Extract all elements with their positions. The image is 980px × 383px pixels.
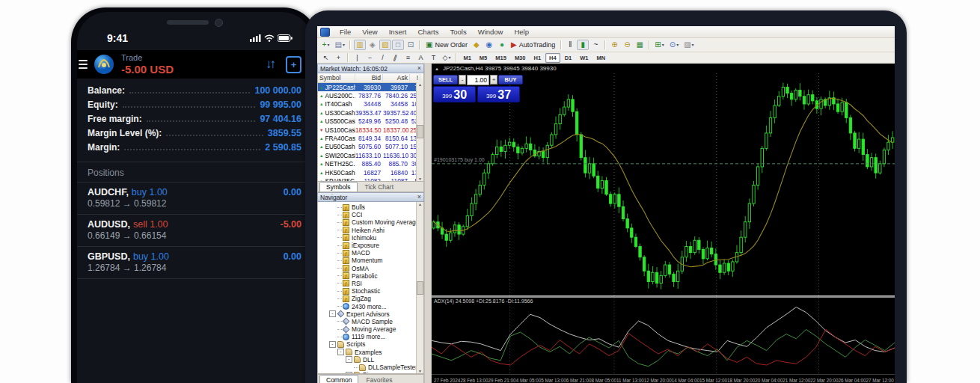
scroll-down-icon[interactable]: ▼ — [418, 177, 422, 181]
templates-icon[interactable]: ▨▾ — [682, 40, 696, 50]
metaeditor-icon[interactable]: ◆ — [471, 40, 483, 50]
close-icon[interactable]: × — [417, 194, 421, 200]
scroll-up-icon[interactable]: ▲ — [418, 202, 422, 206]
line-chart-icon[interactable]: ~ — [589, 40, 601, 50]
tree-item-2430-more-[interactable]: 2430 more... — [318, 302, 423, 310]
autotrading-icon[interactable]: ▶AutoTrading — [509, 40, 557, 50]
market-watch-row[interactable]: ▲IT40Cash344483445810 — [318, 100, 423, 108]
sort-deals-icon[interactable]: ↓↑ — [266, 57, 274, 72]
menu-help[interactable]: Help — [509, 27, 534, 37]
data-window-icon[interactable]: ◈ — [367, 40, 379, 50]
tree-expander-icon[interactable]: - — [346, 356, 352, 363]
horizontal-line-icon[interactable]: − — [364, 53, 376, 62]
tree-item-dllsampletester[interactable]: DLLSampleTester — [318, 364, 423, 371]
timeframe-m15[interactable]: M15 — [491, 53, 510, 63]
crosshair-icon[interactable]: + — [333, 53, 345, 62]
tree-item-parabolic[interactable]: ƒParabolic — [318, 272, 423, 280]
market-watch-row[interactable]: ▲FRA40Cash8149.348150.64130 — [318, 134, 423, 142]
label-icon[interactable]: T — [428, 53, 440, 62]
menu-tools[interactable]: Tools — [444, 27, 471, 37]
tree-item-cci[interactable]: ƒCCI — [318, 211, 423, 218]
position-row[interactable]: AUDUSD,sell 1.00-5.000.66149 → 0.66154 — [77, 215, 312, 247]
tree-item-examples[interactable]: -Examples — [318, 349, 423, 356]
timeframe-h1[interactable]: H1 — [530, 53, 545, 63]
timeframe-m5[interactable]: M5 — [476, 53, 491, 63]
tile-windows-icon[interactable]: ▦ — [634, 40, 646, 50]
tree-expander-icon[interactable]: - — [329, 341, 336, 348]
column-header-[interactable]: ! — [410, 74, 420, 82]
market-watch-row[interactable]: ▲HK50Cash168271684013 — [318, 168, 423, 177]
trendline-icon[interactable]: / — [377, 53, 389, 62]
market-watch-row[interactable]: ▲US30Cash39353.4739357.52405 — [318, 108, 423, 117]
channel-icon[interactable]: ∥ — [390, 53, 402, 62]
market-watch-row[interactable]: ▲JP225Cash39930399377 — [318, 83, 423, 91]
volume-input[interactable]: 1.00 — [467, 75, 489, 85]
tree-item-bulls[interactable]: ƒBulls — [318, 203, 423, 211]
cursor-icon[interactable]: ↖ — [320, 53, 332, 62]
tree-expander-icon[interactable]: - — [337, 349, 344, 355]
position-row[interactable]: GBPUSD,buy 1.000.001.26784 → 1.26784 — [77, 247, 312, 279]
market-watch-row[interactable]: ▼US100Cash18334.5018337.00250 — [318, 126, 423, 134]
close-icon[interactable]: × — [417, 65, 421, 72]
community-icon[interactable]: ● — [496, 40, 508, 50]
price-chart[interactable]: #190103175 buy 1.00 SELL - 1.00 + BUY — [432, 73, 895, 295]
new-chart-icon[interactable]: +▾ — [320, 40, 332, 50]
tree-item-stochastic[interactable]: ƒStochastic — [318, 287, 423, 295]
column-header-ask[interactable]: Ask — [383, 74, 410, 82]
tab-favorites[interactable]: Favorites — [359, 375, 399, 383]
scroll-down-icon[interactable]: ▼ — [418, 369, 422, 373]
tree-item-zigzag[interactable]: ƒZigZag — [318, 295, 423, 302]
profiles-icon[interactable]: ▤▾ — [333, 40, 347, 50]
timeframe-m30[interactable]: M30 — [511, 53, 530, 63]
tree-item-macd[interactable]: ƒMACD — [318, 249, 423, 257]
panel-splitter[interactable] — [424, 64, 432, 383]
market-watch-icon[interactable]: ▥ — [354, 40, 366, 50]
scroll-thumb[interactable] — [417, 281, 423, 295]
new-order-icon[interactable]: ▣New Order — [423, 40, 470, 50]
buy-button[interactable]: BUY — [498, 75, 523, 85]
tab-tick-chart[interactable]: Tick Chart — [358, 182, 400, 192]
shapes-icon[interactable]: ◇▾ — [441, 53, 453, 62]
menu-window[interactable]: Window — [473, 27, 509, 37]
zoom-in-icon[interactable]: ⊕ — [608, 40, 620, 50]
timeframe-m1[interactable]: M1 — [459, 53, 474, 63]
vertical-line-icon[interactable]: | — [352, 53, 364, 62]
collapse-icon[interactable]: ▲ — [435, 67, 439, 71]
menu-insert[interactable]: Insert — [384, 27, 412, 37]
navigator-scrollbar[interactable]: ▲ ▼ — [416, 202, 423, 373]
market-watch-row[interactable]: ▲SPAIN35C...11082110875 — [318, 177, 423, 181]
position-row[interactable]: AUDCHF,buy 1.000.000.59812 → 0.59812 — [77, 182, 312, 215]
zoom-out-icon[interactable]: ⊖ — [621, 40, 633, 50]
tab-symbols[interactable]: Symbols — [319, 182, 358, 192]
market-watch-row[interactable]: ▲NETH25C...885.40885.7030 — [318, 160, 423, 168]
tree-item-pipes[interactable]: -Pipes — [318, 371, 423, 374]
tree-item-custom-moving-averages[interactable]: ƒCustom Moving Averages — [318, 218, 423, 226]
tree-item-iexposure[interactable]: ƒiExposure — [318, 242, 423, 249]
scroll-up-icon[interactable]: ▲ — [418, 82, 422, 87]
timeframe-h4[interactable]: H4 — [545, 53, 560, 63]
tree-item-dll[interactable]: -DLL — [318, 356, 423, 364]
new-order-icon[interactable]: + — [286, 56, 301, 73]
bar-chart-icon[interactable]: ‖ — [564, 40, 576, 50]
styles-icon[interactable]: ◉ — [483, 40, 495, 50]
market-watch-row[interactable]: ▲EU50Cash5075.605077.10150 — [318, 143, 423, 151]
text-icon[interactable]: A — [415, 53, 427, 62]
market-watch-row[interactable]: ▲SWI20Cash11633.1011636.10300 — [318, 151, 423, 159]
tree-item-ichimoku[interactable]: ƒIchimoku — [318, 234, 423, 242]
sell-price-tile[interactable]: 399 30 — [433, 86, 476, 102]
column-header-bid[interactable]: Bid — [355, 74, 383, 82]
tree-item-1119-more-[interactable]: 1119 more... — [318, 333, 423, 340]
tree-expander-icon[interactable]: - — [346, 372, 352, 374]
indicators-icon[interactable]: ⊞▾ — [652, 40, 666, 50]
tree-expander-icon[interactable]: - — [329, 310, 336, 317]
buy-price-tile[interactable]: 399 37 — [477, 86, 520, 102]
tree-item-macd-sample[interactable]: MACD Sample — [318, 318, 423, 325]
market-watch-row[interactable]: ▲AUS200C...7837.767840.26250 — [318, 91, 423, 99]
market-watch-scrollbar[interactable]: ▲ ▼ — [416, 82, 423, 181]
tree-item-osma[interactable]: ƒOsMA — [318, 265, 423, 272]
menu-view[interactable]: View — [357, 27, 382, 37]
scroll-thumb[interactable] — [417, 125, 423, 138]
tab-common[interactable]: Common — [319, 375, 358, 383]
column-header-symbol[interactable]: Symbol — [318, 74, 355, 82]
strategy-tester-icon[interactable]: ⊡ — [405, 40, 417, 50]
